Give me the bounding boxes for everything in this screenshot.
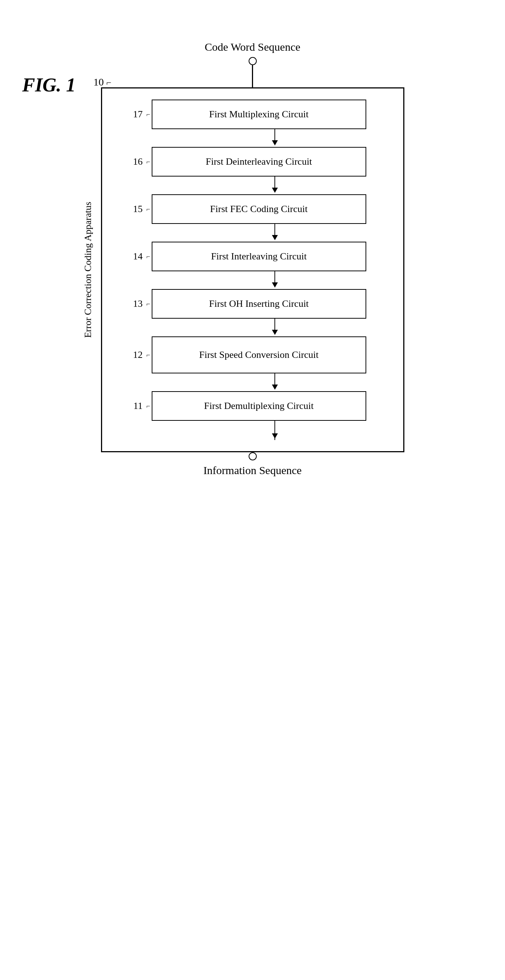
block-row-15: 15 ⌐ First FEC Coding Circuit (102, 194, 403, 224)
apparatus-label: Error Correction Coding Apparatus (83, 202, 94, 338)
block-row-13: 13 ⌐ First OH Inserting Circuit (102, 289, 403, 319)
block-number-11: 11 (124, 401, 143, 412)
block-number-14: 14 (124, 251, 143, 262)
input-circle (249, 452, 257, 460)
block-12: First Speed Conversion Circuit (152, 336, 366, 374)
arrow-12-11 (168, 374, 382, 391)
main-container: 17 ⌐ First Multiplexing Circuit 16 ⌐ Fir… (101, 88, 404, 452)
block-number-16: 16 (124, 156, 143, 167)
block-number-12: 12 (124, 349, 143, 361)
info-sequence-label: Information Sequence (203, 464, 302, 477)
figure-label: FIG. 1 (22, 74, 75, 96)
output-circle (249, 57, 257, 65)
page: FIG. 1 Code Word Sequence Error Correcti… (0, 0, 505, 980)
arrow-15-14 (168, 224, 382, 242)
block-row-14: 14 ⌐ First Interleaving Circuit (102, 242, 403, 271)
arrow-16-15 (168, 177, 382, 194)
block-row-17: 17 ⌐ First Multiplexing Circuit (102, 100, 403, 129)
block-number-17: 17 (124, 109, 143, 120)
block-row-12: 12 ⌐ First Speed Conversion Circuit (102, 336, 403, 374)
block-row-16: 16 ⌐ First Deinterleaving Circuit (102, 147, 403, 177)
block-13: First OH Inserting Circuit (152, 289, 366, 319)
block-16: First Deinterleaving Circuit (152, 147, 366, 177)
block-number-13: 13 (124, 298, 143, 309)
block-11: First Demultiplexing Circuit (152, 391, 366, 421)
block-15: First FEC Coding Circuit (152, 194, 366, 224)
arrow-13-12 (168, 319, 382, 336)
arrow-17-16 (168, 129, 382, 147)
block-17: First Multiplexing Circuit (152, 100, 366, 129)
block-row-11: 11 ⌐ First Demultiplexing Circuit (102, 391, 403, 421)
code-word-label: Code Word Sequence (205, 41, 300, 53)
system-ref: 10 ⌐ (94, 76, 112, 88)
block-number-15: 15 (124, 204, 143, 215)
arrow-14-13 (168, 271, 382, 289)
block-14: First Interleaving Circuit (152, 242, 366, 271)
